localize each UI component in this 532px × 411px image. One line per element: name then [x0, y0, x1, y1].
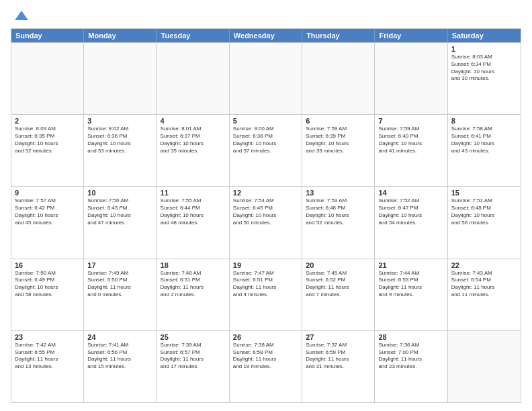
weekday-header: Friday	[375, 29, 447, 42]
day-number: 17	[87, 261, 152, 269]
calendar-cell: 11Sunrise: 7:55 AM Sunset: 6:44 PM Dayli…	[157, 187, 230, 258]
calendar-cell	[375, 43, 447, 114]
calendar-cell: 15Sunrise: 7:51 AM Sunset: 6:48 PM Dayli…	[448, 187, 521, 258]
day-info: Sunrise: 7:59 AM Sunset: 6:40 PM Dayligh…	[378, 126, 443, 154]
day-info: Sunrise: 7:55 AM Sunset: 6:44 PM Dayligh…	[161, 197, 226, 226]
calendar-cell: 2Sunrise: 8:03 AM Sunset: 6:35 PM Daylig…	[11, 115, 84, 186]
day-info: Sunrise: 7:39 AM Sunset: 6:57 PM Dayligh…	[161, 342, 226, 371]
calendar-cell: 6Sunrise: 7:59 AM Sunset: 6:39 PM Daylig…	[302, 115, 375, 186]
day-number: 7	[378, 117, 443, 125]
day-number: 26	[233, 333, 298, 341]
calendar-cell: 3Sunrise: 8:02 AM Sunset: 6:36 PM Daylig…	[84, 115, 157, 186]
day-info: Sunrise: 7:53 AM Sunset: 6:46 PM Dayligh…	[306, 197, 371, 226]
day-number: 1	[451, 45, 517, 53]
day-info: Sunrise: 7:49 AM Sunset: 6:50 PM Dayligh…	[87, 270, 152, 299]
day-info: Sunrise: 7:43 AM Sunset: 6:54 PM Dayligh…	[451, 270, 517, 299]
day-info: Sunrise: 7:36 AM Sunset: 7:00 PM Dayligh…	[378, 342, 443, 371]
day-number: 2	[15, 117, 80, 125]
calendar-row: 1Sunrise: 8:03 AM Sunset: 6:34 PM Daylig…	[11, 42, 521, 114]
day-number: 27	[306, 333, 371, 341]
calendar-cell	[157, 43, 230, 114]
day-number: 16	[15, 261, 80, 269]
day-number: 24	[87, 333, 152, 341]
calendar-cell: 12Sunrise: 7:54 AM Sunset: 6:45 PM Dayli…	[230, 187, 302, 258]
calendar-cell	[302, 43, 375, 114]
day-number: 20	[306, 261, 371, 269]
day-info: Sunrise: 7:41 AM Sunset: 6:56 PM Dayligh…	[87, 342, 152, 371]
calendar-cell: 24Sunrise: 7:41 AM Sunset: 6:56 PM Dayli…	[84, 331, 157, 402]
day-info: Sunrise: 7:44 AM Sunset: 6:53 PM Dayligh…	[378, 270, 443, 299]
calendar-cell: 19Sunrise: 7:47 AM Sunset: 6:51 PM Dayli…	[230, 259, 302, 330]
day-number: 15	[451, 189, 517, 197]
day-info: Sunrise: 7:54 AM Sunset: 6:45 PM Dayligh…	[233, 197, 298, 226]
calendar-cell	[11, 43, 84, 114]
calendar-cell: 23Sunrise: 7:42 AM Sunset: 6:55 PM Dayli…	[11, 331, 84, 402]
day-info: Sunrise: 7:52 AM Sunset: 6:47 PM Dayligh…	[378, 197, 443, 226]
day-number: 12	[233, 189, 298, 197]
day-number: 10	[87, 189, 152, 197]
calendar-cell: 1Sunrise: 8:03 AM Sunset: 6:34 PM Daylig…	[448, 43, 521, 114]
weekday-header: Monday	[84, 29, 157, 42]
calendar-row: 9Sunrise: 7:57 AM Sunset: 6:42 PM Daylig…	[11, 186, 521, 258]
calendar-cell: 22Sunrise: 7:43 AM Sunset: 6:54 PM Dayli…	[448, 259, 521, 330]
calendar-row: 16Sunrise: 7:50 AM Sunset: 6:49 PM Dayli…	[11, 259, 521, 330]
weekday-header: Sunday	[11, 29, 84, 42]
calendar-row: 2Sunrise: 8:03 AM Sunset: 6:35 PM Daylig…	[11, 114, 521, 186]
day-info: Sunrise: 7:47 AM Sunset: 6:51 PM Dayligh…	[233, 270, 298, 299]
day-number: 19	[233, 261, 298, 269]
calendar-row: 23Sunrise: 7:42 AM Sunset: 6:55 PM Dayli…	[11, 330, 521, 402]
calendar-cell: 4Sunrise: 8:01 AM Sunset: 6:37 PM Daylig…	[157, 115, 230, 186]
day-number: 6	[306, 117, 371, 125]
day-number: 18	[161, 261, 226, 269]
calendar-cell: 17Sunrise: 7:49 AM Sunset: 6:50 PM Dayli…	[84, 259, 157, 330]
calendar-cell: 7Sunrise: 7:59 AM Sunset: 6:40 PM Daylig…	[375, 115, 447, 186]
calendar-body: 1Sunrise: 8:03 AM Sunset: 6:34 PM Daylig…	[11, 42, 521, 402]
calendar-cell: 8Sunrise: 7:58 AM Sunset: 6:41 PM Daylig…	[448, 115, 521, 186]
calendar-cell: 20Sunrise: 7:45 AM Sunset: 6:52 PM Dayli…	[302, 259, 375, 330]
calendar-cell	[84, 43, 157, 114]
day-info: Sunrise: 7:51 AM Sunset: 6:48 PM Dayligh…	[451, 197, 517, 226]
day-info: Sunrise: 8:02 AM Sunset: 6:36 PM Dayligh…	[87, 126, 152, 154]
day-info: Sunrise: 7:38 AM Sunset: 6:58 PM Dayligh…	[233, 342, 298, 371]
day-number: 23	[15, 333, 80, 341]
day-number: 3	[87, 117, 152, 125]
calendar-cell: 21Sunrise: 7:44 AM Sunset: 6:53 PM Dayli…	[375, 259, 447, 330]
day-info: Sunrise: 8:01 AM Sunset: 6:37 PM Dayligh…	[161, 126, 226, 154]
calendar-cell: 9Sunrise: 7:57 AM Sunset: 6:42 PM Daylig…	[11, 187, 84, 258]
day-info: Sunrise: 7:50 AM Sunset: 6:49 PM Dayligh…	[15, 270, 80, 299]
day-info: Sunrise: 7:42 AM Sunset: 6:55 PM Dayligh…	[15, 342, 80, 371]
day-number: 5	[233, 117, 298, 125]
calendar-cell: 16Sunrise: 7:50 AM Sunset: 6:49 PM Dayli…	[11, 259, 84, 330]
calendar-cell: 5Sunrise: 8:00 AM Sunset: 6:38 PM Daylig…	[230, 115, 302, 186]
day-number: 11	[161, 189, 226, 197]
calendar: SundayMondayTuesdayWednesdayThursdayFrid…	[11, 28, 521, 403]
day-info: Sunrise: 7:59 AM Sunset: 6:39 PM Dayligh…	[306, 126, 371, 154]
weekday-header: Saturday	[448, 29, 521, 42]
header	[11, 8, 521, 23]
calendar-cell: 25Sunrise: 7:39 AM Sunset: 6:57 PM Dayli…	[157, 331, 230, 402]
day-info: Sunrise: 7:48 AM Sunset: 6:51 PM Dayligh…	[161, 270, 226, 299]
day-info: Sunrise: 7:45 AM Sunset: 6:52 PM Dayligh…	[306, 270, 371, 299]
day-info: Sunrise: 7:56 AM Sunset: 6:43 PM Dayligh…	[87, 197, 152, 226]
calendar-cell: 18Sunrise: 7:48 AM Sunset: 6:51 PM Dayli…	[157, 259, 230, 330]
day-info: Sunrise: 7:58 AM Sunset: 6:41 PM Dayligh…	[451, 126, 517, 154]
svg-marker-0	[15, 11, 28, 20]
day-info: Sunrise: 7:37 AM Sunset: 6:59 PM Dayligh…	[306, 342, 371, 371]
calendar-cell: 27Sunrise: 7:37 AM Sunset: 6:59 PM Dayli…	[302, 331, 375, 402]
calendar-cell: 28Sunrise: 7:36 AM Sunset: 7:00 PM Dayli…	[375, 331, 447, 402]
logo-icon	[12, 8, 31, 23]
day-number: 14	[378, 189, 443, 197]
calendar-cell	[448, 331, 521, 402]
day-number: 9	[15, 189, 80, 197]
day-number: 21	[378, 261, 443, 269]
logo	[11, 8, 31, 23]
day-number: 13	[306, 189, 371, 197]
day-number: 25	[161, 333, 226, 341]
day-info: Sunrise: 7:57 AM Sunset: 6:42 PM Dayligh…	[15, 197, 80, 226]
day-number: 28	[378, 333, 443, 341]
calendar-cell: 13Sunrise: 7:53 AM Sunset: 6:46 PM Dayli…	[302, 187, 375, 258]
day-info: Sunrise: 8:03 AM Sunset: 6:35 PM Dayligh…	[15, 126, 80, 154]
calendar-cell: 10Sunrise: 7:56 AM Sunset: 6:43 PM Dayli…	[84, 187, 157, 258]
weekday-header: Wednesday	[230, 29, 302, 42]
day-info: Sunrise: 8:03 AM Sunset: 6:34 PM Dayligh…	[451, 54, 517, 83]
